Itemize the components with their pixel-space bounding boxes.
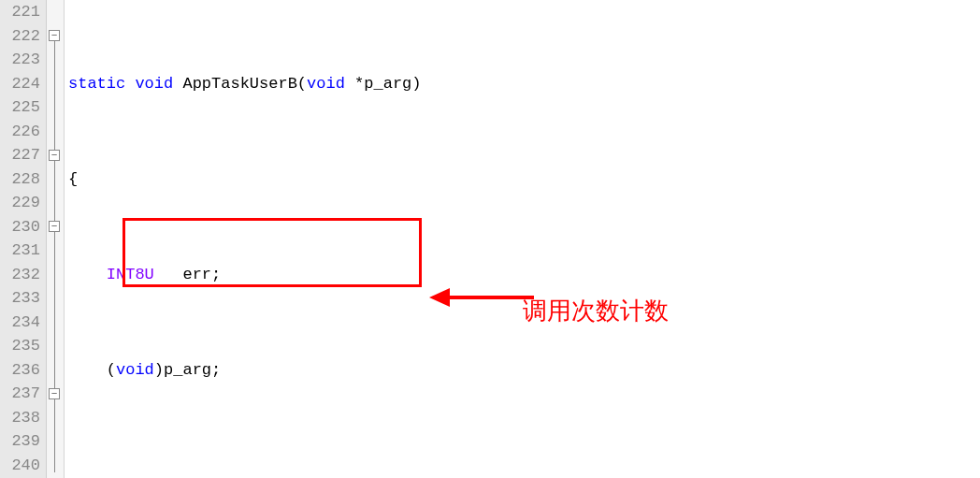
code-area[interactable]: static void AppTaskUserB(void *p_arg) { … xyxy=(65,0,980,478)
line-number: 234 xyxy=(0,311,40,335)
annotation-label: 调用次数计数 xyxy=(523,299,669,324)
fold-gutter: − − − − xyxy=(47,0,65,478)
param-name: p_arg xyxy=(364,75,411,93)
line-number: 232 xyxy=(0,263,40,287)
line-number: 224 xyxy=(0,72,40,96)
line-number: 222 xyxy=(0,24,40,49)
line-number: 230 xyxy=(0,215,40,239)
arrow-line xyxy=(450,296,534,299)
line-number: 226 xyxy=(0,120,40,144)
type-name: INT8U xyxy=(68,266,154,283)
line-number: 233 xyxy=(0,286,40,311)
line-number: 228 xyxy=(0,167,40,192)
keyword-void: void xyxy=(135,75,173,93)
line-number: 231 xyxy=(0,239,40,263)
keyword-static: static xyxy=(68,75,125,93)
line-number: 239 xyxy=(0,429,40,454)
code-line[interactable] xyxy=(68,454,980,478)
line-number: 221 xyxy=(0,0,40,24)
keyword-void: void xyxy=(307,75,345,93)
fold-toggle-icon[interactable]: − xyxy=(49,150,60,161)
line-number: 240 xyxy=(0,454,40,478)
fold-guide-line xyxy=(54,30,55,472)
line-number: 229 xyxy=(0,191,40,215)
line-number-gutter: 221 222 223 224 225 226 227 228 229 230 … xyxy=(0,0,47,478)
fold-toggle-icon[interactable]: − xyxy=(49,221,60,232)
line-number: 227 xyxy=(0,143,40,167)
line-number: 225 xyxy=(0,95,40,120)
code-line[interactable]: { xyxy=(68,167,980,192)
code-line[interactable]: INT8U err; xyxy=(68,263,980,287)
fold-toggle-icon[interactable]: − xyxy=(49,30,60,41)
function-name: AppTaskUserB xyxy=(173,75,297,93)
line-number: 238 xyxy=(0,406,40,430)
line-number: 236 xyxy=(0,358,40,383)
fold-toggle-icon[interactable]: − xyxy=(49,388,60,399)
line-number: 235 xyxy=(0,334,40,358)
line-number: 237 xyxy=(0,382,40,406)
line-number: 223 xyxy=(0,48,40,72)
code-line[interactable]: (void)p_arg; xyxy=(68,358,980,383)
code-editor: 221 222 223 224 225 226 227 228 229 230 … xyxy=(0,0,980,478)
keyword-void: void xyxy=(116,361,154,379)
code-line[interactable]: static void AppTaskUserB(void *p_arg) xyxy=(68,72,980,96)
arrow-icon xyxy=(429,288,450,307)
